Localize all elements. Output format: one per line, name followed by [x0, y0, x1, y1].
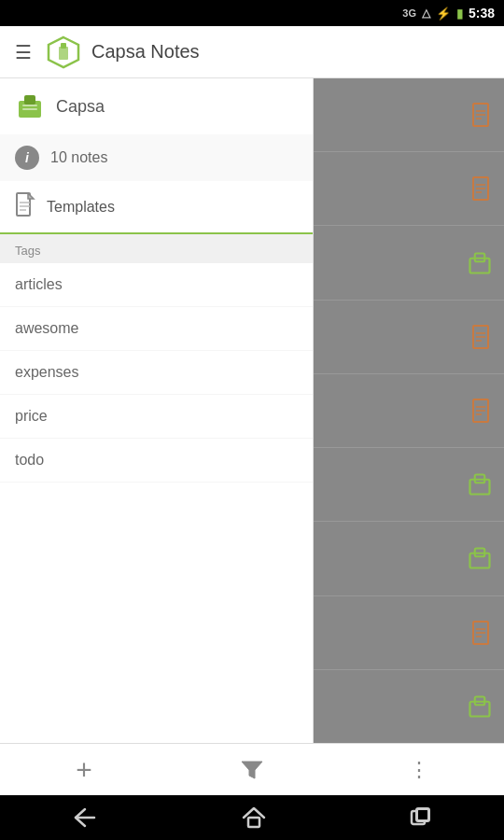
capsa-mini-logo-icon — [15, 91, 45, 121]
filter-icon — [239, 757, 265, 783]
document-icon — [15, 192, 35, 221]
home-icon — [242, 806, 266, 829]
info-icon: i — [15, 146, 39, 170]
svg-marker-39 — [242, 762, 262, 778]
svg-rect-1 — [59, 47, 68, 60]
signal-icon: 3G — [402, 7, 416, 19]
add-icon: + — [76, 754, 92, 786]
main-layout: Capsa i 10 notes Templates — [0, 78, 504, 743]
filter-button[interactable] — [168, 744, 336, 795]
svg-rect-19 — [470, 258, 490, 273]
right-row-3[interactable] — [314, 226, 504, 300]
capsa-section: Capsa i 10 notes Templates — [0, 78, 313, 234]
svg-rect-2 — [61, 43, 66, 49]
svg-rect-41 — [248, 818, 259, 827]
tag-item-price[interactable]: price — [0, 395, 313, 439]
right-row-6[interactable] — [314, 448, 504, 522]
right-row-2[interactable] — [314, 152, 504, 226]
time-display: 5:38 — [469, 6, 495, 21]
right-row-7[interactable] — [314, 522, 504, 595]
app-title: Capsa Notes — [91, 41, 200, 63]
capsa-icon-7 — [467, 545, 493, 571]
right-row-4[interactable] — [314, 301, 504, 374]
note-icon-5 — [472, 399, 493, 423]
sidebar-templates-item[interactable]: Templates — [0, 181, 313, 232]
status-bar: 3G △ ⚡ ▮ 5:38 — [0, 0, 504, 26]
app-bar: ☰ Capsa Notes — [0, 26, 504, 78]
home-button[interactable] — [219, 799, 288, 836]
right-row-8[interactable] — [314, 596, 504, 670]
tags-section-header: Tags — [0, 234, 313, 263]
sidebar: Capsa i 10 notes Templates — [0, 78, 314, 743]
svg-rect-6 — [22, 108, 37, 110]
more-icon: ⋮ — [409, 758, 431, 782]
note-icon-4 — [472, 325, 493, 349]
tags-list: articles awesome expenses price todo — [0, 263, 313, 483]
tag-item-awesome[interactable]: awesome — [0, 307, 313, 351]
charging-icon: ⚡ — [436, 7, 451, 21]
battery-icon: ▮ — [456, 7, 463, 21]
bottom-action-bar: + ⋮ — [0, 743, 504, 795]
right-panel — [314, 78, 504, 743]
hamburger-icon[interactable]: ☰ — [11, 37, 35, 67]
svg-rect-4 — [24, 95, 35, 105]
svg-rect-29 — [470, 480, 490, 495]
app-logo-icon — [47, 35, 80, 69]
capsa-icon-3 — [467, 250, 493, 276]
right-row-5[interactable] — [314, 374, 504, 448]
capsa-label: Capsa — [56, 97, 105, 117]
nav-bar — [0, 795, 504, 840]
tag-item-articles[interactable]: articles — [0, 263, 313, 307]
right-row-1[interactable] — [314, 78, 504, 152]
signal-bars-icon: △ — [422, 7, 430, 20]
recents-icon — [410, 807, 432, 828]
back-icon — [72, 807, 98, 828]
add-button[interactable]: + — [0, 744, 168, 795]
more-button[interactable]: ⋮ — [336, 744, 504, 795]
note-icon-8 — [472, 621, 493, 645]
tag-item-expenses[interactable]: expenses — [0, 351, 313, 395]
recents-button[interactable] — [387, 800, 455, 835]
svg-rect-5 — [22, 105, 37, 106]
svg-rect-31 — [470, 553, 490, 568]
sidebar-notes-item[interactable]: i 10 notes — [0, 134, 313, 181]
right-row-9[interactable] — [314, 670, 504, 743]
note-icon-2 — [472, 176, 493, 201]
templates-label: Templates — [47, 199, 115, 216]
capsa-icon-6 — [467, 471, 493, 497]
back-button[interactable] — [49, 800, 120, 835]
sidebar-capsa-item[interactable]: Capsa — [0, 78, 313, 134]
svg-rect-37 — [470, 702, 490, 717]
capsa-icon-9 — [467, 693, 493, 720]
notes-count-label: 10 notes — [50, 149, 107, 166]
tag-item-todo[interactable]: todo — [0, 439, 313, 483]
note-icon-1 — [472, 103, 493, 127]
